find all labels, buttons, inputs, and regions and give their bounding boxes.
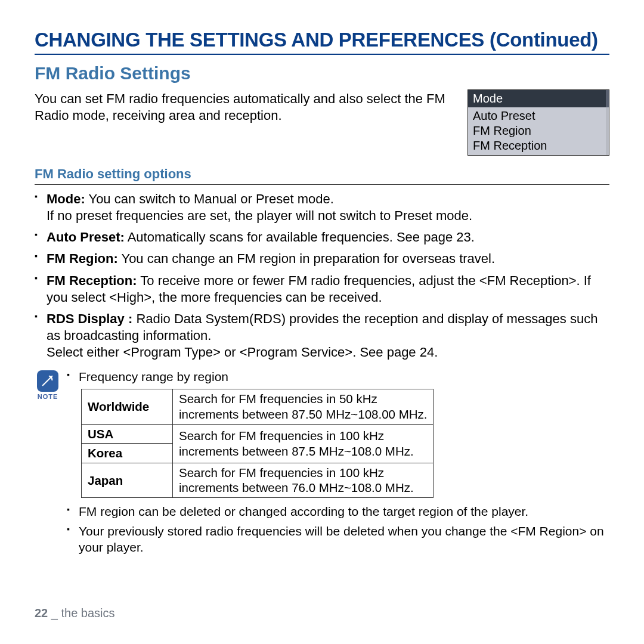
intro-row: You can set FM radio frequencies automat… xyxy=(35,89,609,156)
option-item: RDS Display : Radio Data System(RDS) pro… xyxy=(35,311,609,361)
desc-cell: Search for FM frequencies in 100 kHz inc… xyxy=(173,463,434,497)
fm-menu-item: FM Region xyxy=(468,123,609,138)
desc-line: increments between 76.0 MHz~108.0 MHz. xyxy=(179,481,414,494)
page-title: CHANGING THE SETTINGS AND PREFERENCES (C… xyxy=(35,29,609,51)
page-number: 22 xyxy=(35,606,48,620)
options-list: Mode: You can switch to Manual or Preset… xyxy=(35,191,609,361)
region-cell: Worldwide xyxy=(82,389,173,424)
desc-line: increments between 87.50 MHz~108.00 MHz. xyxy=(179,407,427,421)
note-block: NOTE Frequency range by region Worldwide… xyxy=(35,369,609,559)
sub-title-rule xyxy=(35,184,609,185)
option-text: Automatically scans for available freque… xyxy=(125,230,475,244)
option-extra: Select either <Program Type> or <Program… xyxy=(47,345,438,360)
option-item: Mode: You can switch to Manual or Preset… xyxy=(35,191,609,224)
desc-line: increments between 87.5 MHz~108.0 MHz. xyxy=(179,444,414,458)
fm-menu-active-label: Mode xyxy=(473,91,503,106)
note-item: Frequency range by region Worldwide Sear… xyxy=(67,369,609,498)
scrollbar-hint xyxy=(606,90,609,107)
option-item: FM Region: You can change an FM region i… xyxy=(35,250,609,267)
document-page: CHANGING THE SETTINGS AND PREFERENCES (C… xyxy=(0,0,644,644)
freq-title: Frequency range by region xyxy=(79,370,228,383)
fm-menu-items: Auto Preset FM Region FM Reception xyxy=(468,107,609,155)
menu-scroll-track xyxy=(606,107,609,155)
title-rule xyxy=(35,54,609,55)
note-icon xyxy=(37,370,58,392)
page-footer: 22 _ the basics xyxy=(35,606,115,620)
note-list: Frequency range by region Worldwide Sear… xyxy=(67,369,609,555)
note-content: Frequency range by region Worldwide Sear… xyxy=(67,369,609,559)
desc-line: Search for FM frequencies in 50 kHz xyxy=(179,392,377,405)
table-row: Japan Search for FM frequencies in 100 k… xyxy=(82,463,434,497)
table-row: USA Search for FM frequencies in 100 kHz… xyxy=(82,424,434,444)
option-label: FM Region: xyxy=(47,251,118,266)
option-text: You can switch to Manual or Preset mode. xyxy=(85,191,334,206)
desc-cell: Search for FM frequencies in 50 kHz incr… xyxy=(173,389,434,424)
desc-line: Search for FM frequencies in 100 kHz xyxy=(179,466,384,479)
note-item: Your previously stored radio frequencies… xyxy=(67,524,609,556)
fm-menu-active: Mode xyxy=(468,90,609,107)
fm-menu-item: FM Reception xyxy=(468,138,609,153)
intro-text: You can set FM radio frequencies automat… xyxy=(35,91,453,124)
sub-section-title: FM Radio setting options xyxy=(35,166,609,182)
option-label: FM Reception: xyxy=(47,273,137,288)
desc-line: Search for FM frequencies in 100 kHz xyxy=(179,429,384,442)
region-cell: USA xyxy=(82,424,173,444)
option-item: Auto Preset: Automatically scans for ava… xyxy=(35,229,609,246)
fm-menu-box: Mode Auto Preset FM Region FM Reception xyxy=(467,89,609,156)
fm-menu-item: Auto Preset xyxy=(468,109,609,123)
option-label: Mode: xyxy=(47,191,85,206)
footer-sep: _ xyxy=(48,606,61,620)
table-row: Worldwide Search for FM frequencies in 5… xyxy=(82,389,434,424)
footer-section: the basics xyxy=(61,606,115,620)
option-text: You can change an FM region in preparati… xyxy=(118,251,495,266)
section-title: FM Radio Settings xyxy=(35,63,609,83)
note-icon-col: NOTE xyxy=(35,369,61,400)
option-extra: If no preset frequencies are set, the pl… xyxy=(47,208,472,223)
note-caption: NOTE xyxy=(38,393,58,400)
option-label: Auto Preset: xyxy=(47,230,125,244)
frequency-table: Worldwide Search for FM frequencies in 5… xyxy=(81,389,434,498)
region-cell: Korea xyxy=(82,444,173,463)
option-item: FM Reception: To receive more or fewer F… xyxy=(35,273,609,306)
option-label: RDS Display : xyxy=(47,311,132,326)
note-item: FM region can be deleted or changed acco… xyxy=(67,504,609,520)
region-cell: Japan xyxy=(82,463,173,497)
desc-cell: Search for FM frequencies in 100 kHz inc… xyxy=(173,424,434,463)
